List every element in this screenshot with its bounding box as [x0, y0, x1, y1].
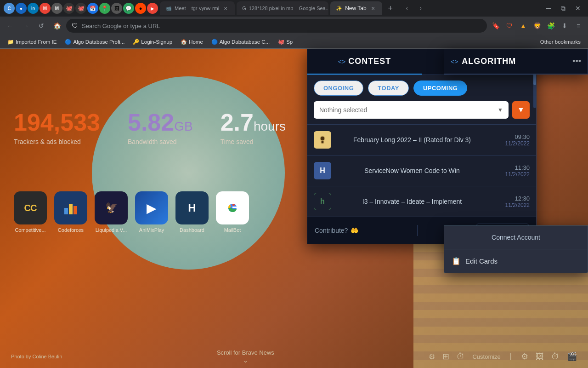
app-liquipedia[interactable]: 🦅 Liquipedia V...: [95, 191, 128, 233]
bookmark-imported[interactable]: 📁 Imported From IE: [4, 37, 60, 46]
tab-meet[interactable]: 📹 Meet – tgr-vynw-rmi ✕: [160, 1, 235, 15]
address-bar-row: ← → ↺ 🏠 🛡 Search Google or type a URL 🔖 …: [0, 17, 588, 35]
contest-time-date-2: 12:30 11/2/2022: [493, 195, 530, 208]
settings-icon[interactable]: ⚙: [521, 351, 528, 362]
actions-panel: Connect Account 📋 Edit Cards: [444, 225, 588, 273]
tab-pinned-gh1[interactable]: 🐙: [63, 3, 74, 14]
customize-label[interactable]: Customize: [472, 353, 500, 360]
brave-shield-icon[interactable]: 🛡: [503, 20, 515, 32]
history-icon[interactable]: ⏱: [457, 352, 465, 362]
filter-today[interactable]: TODAY: [368, 80, 409, 96]
close-button[interactable]: ✕: [571, 2, 584, 15]
tab-scroll-left[interactable]: ‹: [401, 2, 413, 15]
bookmark-algo-db-profi[interactable]: 🔵 Algo Database Profi...: [61, 37, 128, 46]
bandwidth-label: Bandwidth saved: [128, 138, 193, 145]
tab-pinned-gmail2[interactable]: M: [51, 3, 62, 14]
tab-pinned-gh2[interactable]: 🐙: [75, 3, 86, 14]
tab-pinned-rd[interactable]: ●: [135, 3, 146, 14]
image-icon[interactable]: 🖼: [536, 352, 544, 362]
app-mailbot[interactable]: MailBot: [216, 191, 249, 233]
time-unit: hours: [254, 119, 286, 134]
back-button[interactable]: ←: [4, 19, 17, 32]
connect-account-row[interactable]: Connect Account: [444, 226, 588, 249]
contest-name-1: ServiceNow Women Code to Win: [337, 167, 487, 175]
bookmark-other[interactable]: Other bookmarks: [537, 38, 584, 46]
bookmark-home[interactable]: 🏠 Home: [177, 37, 207, 46]
layout-icon[interactable]: ⊞: [442, 351, 449, 362]
algorithm-panel: <> ALGORITHM •••: [444, 49, 588, 75]
video-icon[interactable]: 🎬: [567, 351, 577, 362]
dropdown-text: Nothing selected: [319, 106, 498, 114]
tab-pinned-2[interactable]: ●: [16, 3, 27, 14]
brave-rewards-icon[interactable]: ▲: [517, 20, 529, 32]
contest-time-1: 11:30: [514, 164, 530, 171]
contest-time-date-1: 11:30 11/2/2022: [493, 164, 530, 178]
tab-newtab[interactable]: ✨ New Tab ✕: [330, 1, 382, 15]
hackerrank-logo: h: [314, 193, 331, 210]
tab-google-search[interactable]: G 128*128 pixel in mb – Google Sea... ✕: [237, 1, 328, 15]
scroll-for-news[interactable]: Scroll for Brave News ⌄: [217, 349, 274, 364]
app-dashboard[interactable]: H Dashboard: [175, 191, 209, 233]
search-row: Nothing selected ▼ ▼: [307, 101, 536, 124]
photo-credit: Photo by Photo by Coline BeulinColine Be…: [11, 354, 62, 359]
tab-pinned-gmail1[interactable]: M: [40, 3, 51, 14]
minimize-button[interactable]: ─: [542, 2, 555, 15]
tab-pinned-in[interactable]: in: [28, 3, 39, 14]
tab-scroll-right[interactable]: ›: [414, 2, 427, 15]
platform-dropdown[interactable]: Nothing selected ▼: [314, 101, 509, 119]
ext-puzzle-icon[interactable]: 🧩: [545, 20, 557, 32]
bookmark-login[interactable]: 🔑 Login-Signup: [129, 37, 176, 46]
filter-tabs: ONGOING TODAY UPCOMING: [307, 75, 536, 101]
reload-button[interactable]: ↺: [35, 19, 48, 32]
new-tab-button[interactable]: +: [384, 2, 397, 15]
decorative-circle: [92, 76, 285, 270]
ext-brave-icon[interactable]: 🦁: [531, 20, 543, 32]
app-competitive[interactable]: CC Competitive...: [14, 191, 47, 233]
contest-panel: <> CONTEST <> ALGORITHM ONGOING TODAY UP…: [307, 49, 537, 244]
app-codeforces[interactable]: Codeforces: [54, 191, 87, 233]
contest-row-1[interactable]: H ServiceNow Women Code to Win 11:30 11/…: [307, 155, 536, 186]
filter-button[interactable]: ▼: [512, 101, 530, 119]
trackers-label: Trackers & ads blocked: [14, 138, 100, 145]
home-button[interactable]: 🏠: [51, 19, 63, 32]
address-bar[interactable]: 🛡 Search Google or type a URL: [66, 19, 487, 33]
app-icons-row: CC Competitive... Codeforces 🦅 Liquipedi…: [14, 191, 249, 233]
dropdown-arrow-icon: ▼: [498, 107, 503, 113]
contest-tab-label: CONTEST: [348, 57, 391, 66]
filter-ongoing[interactable]: ONGOING: [314, 80, 363, 96]
connect-account-text: Connect Account: [492, 234, 540, 241]
contest-row-0[interactable]: February Long 2022 – II (Rated for Div 3…: [307, 124, 536, 155]
bottom-bar: Photo by Photo by Coline BeulinColine Be…: [0, 345, 588, 368]
algo-header: <> ALGORITHM •••: [444, 49, 588, 74]
contest-row-2[interactable]: h I3 – Innovate – Ideate – Implement 12:…: [307, 186, 536, 217]
tab-pinned-yt[interactable]: ▶: [147, 3, 158, 14]
bookmark-sp[interactable]: 🐙 Sp: [274, 37, 296, 46]
stat-time: 2.7 hours Time saved: [220, 109, 286, 145]
tab-pinned-img[interactable]: 🖼: [111, 3, 122, 14]
svg-rect-1: [69, 204, 73, 214]
tab-meet-close[interactable]: ✕: [222, 5, 229, 12]
tab-pinned-wp[interactable]: 💬: [123, 3, 134, 14]
ext-download-icon[interactable]: ⬇: [559, 20, 571, 32]
tab-newtab-close[interactable]: ✕: [369, 5, 377, 12]
timer-icon[interactable]: ⏱: [551, 352, 560, 362]
edit-cards-label: Edit Cards: [465, 257, 498, 265]
tab-contest[interactable]: <> CONTEST: [307, 49, 422, 75]
contest-name-0: February Long 2022 – II (Rated for Div 3…: [337, 136, 487, 144]
ext-menu-icon[interactable]: ≡: [572, 20, 584, 32]
tab-pinned-c[interactable]: C: [4, 3, 15, 14]
bookmark-icon[interactable]: 🔖: [490, 20, 502, 32]
bookmark-algo-db-c[interactable]: 🔵 Algo Dabatabase C...: [208, 37, 273, 46]
tab-pinned-maps[interactable]: 📍: [99, 3, 110, 14]
tab-pinned-cal[interactable]: 📅: [87, 3, 98, 14]
app-animixplay[interactable]: ▶ AniMixPlay: [135, 191, 168, 233]
restore-button[interactable]: ⧉: [557, 2, 570, 15]
customize-icon[interactable]: ⚙: [429, 352, 435, 361]
contribute-text[interactable]: Contribute? 🤲: [315, 227, 358, 234]
filter-upcoming[interactable]: UPCOMING: [413, 80, 468, 96]
edit-cards-row[interactable]: 📋 Edit Cards: [444, 249, 588, 273]
three-dots-menu[interactable]: •••: [572, 57, 581, 66]
bandwidth-number: 5.82: [128, 109, 174, 136]
forward-button[interactable]: →: [19, 19, 32, 32]
bookmarks-bar: 📁 Imported From IE 🔵 Algo Database Profi…: [0, 35, 588, 49]
